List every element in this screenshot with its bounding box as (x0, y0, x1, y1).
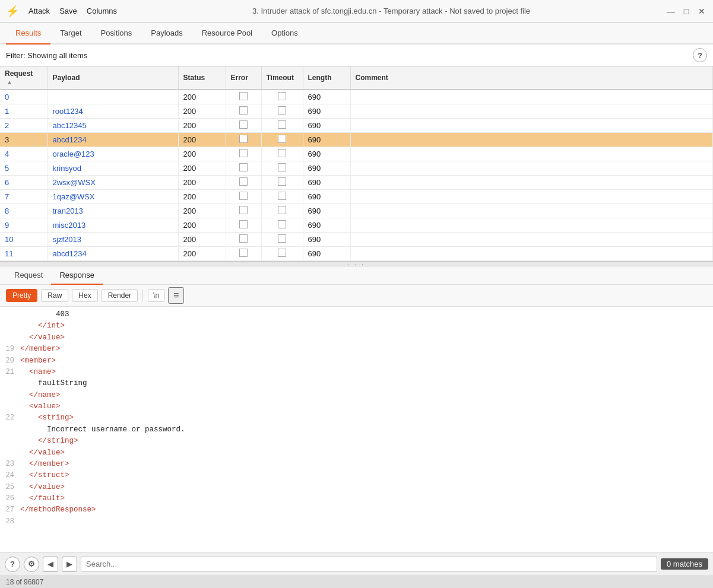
line-content: <name> (20, 367, 713, 378)
table-row[interactable]: 1root1234200690 (0, 104, 713, 119)
table-row[interactable]: 11abcd1234200690 (0, 247, 713, 261)
cell-length: 690 (303, 133, 350, 147)
line-number (0, 309, 20, 320)
cell-request: 6 (0, 176, 47, 190)
cell-comment (350, 176, 713, 190)
hex-button[interactable]: Hex (72, 289, 97, 302)
cell-error (226, 147, 261, 161)
line-number (0, 320, 20, 332)
table-row[interactable]: 62wsx@WSX200690 (0, 176, 713, 190)
table-row[interactable]: 3abcd1234200690 (0, 133, 713, 147)
tab-results[interactable]: Results (6, 23, 50, 45)
tab-resource-pool[interactable]: Resource Pool (192, 23, 262, 45)
cell-length: 690 (303, 119, 350, 133)
help-icon-button[interactable]: ? (5, 557, 20, 572)
table-row[interactable]: 9misc2013200690 (0, 218, 713, 233)
pretty-button[interactable]: Pretty (6, 289, 37, 302)
code-line: faultString (0, 378, 713, 389)
filter-bar: Filter: Showing all items ? (0, 45, 713, 66)
maximize-button[interactable]: □ (681, 6, 692, 17)
cell-length: 690 (303, 147, 350, 161)
line-content: faultString (20, 378, 713, 389)
line-content (20, 516, 713, 527)
search-input[interactable] (81, 557, 657, 572)
cell-length: 690 (303, 161, 350, 176)
col-error[interactable]: Error (226, 66, 261, 90)
cell-length: 690 (303, 233, 350, 247)
line-content: </fault> (20, 493, 713, 504)
line-number (0, 436, 20, 447)
code-line: </name> (0, 390, 713, 401)
cell-length: 690 (303, 204, 350, 218)
table-row[interactable]: 4oracle@123200690 (0, 147, 713, 161)
window-title: 3. Intruder attack of sfc.tongji.edu.cn … (126, 7, 656, 15)
tab-response[interactable]: Response (51, 266, 103, 285)
code-line: 23 </member> (0, 459, 713, 470)
menu-button[interactable]: ≡ (168, 287, 184, 304)
tab-options[interactable]: Options (262, 23, 308, 45)
menu-attack[interactable]: Attack (28, 7, 50, 15)
cell-payload: root1234 (47, 104, 178, 119)
minimize-button[interactable]: — (666, 6, 676, 17)
table-row[interactable]: 0200690 (0, 90, 713, 104)
line-number (0, 447, 20, 459)
col-request[interactable]: Request ▲ (0, 66, 47, 90)
cell-timeout (261, 204, 303, 218)
cell-timeout (261, 104, 303, 119)
table-row[interactable]: 2abc12345200690 (0, 119, 713, 133)
tab-target[interactable]: Target (50, 23, 91, 45)
col-length[interactable]: Length (303, 66, 350, 90)
results-table-wrap: Request ▲ Payload Status Error Timeout L… (0, 66, 713, 262)
line-number: 19 (0, 344, 20, 355)
line-content: </struct> (20, 470, 713, 481)
code-line: 28 (0, 516, 713, 527)
code-line: 26 </fault> (0, 493, 713, 504)
col-timeout[interactable]: Timeout (261, 66, 303, 90)
menu-columns[interactable]: Columns (87, 7, 117, 15)
code-line: 25 </value> (0, 482, 713, 493)
next-button[interactable]: ▶ (62, 557, 77, 572)
menu-save[interactable]: Save (59, 7, 77, 15)
code-line: 19</member> (0, 344, 713, 355)
cell-status: 200 (178, 161, 226, 176)
table-row[interactable]: 8tran2013200690 (0, 204, 713, 218)
col-payload[interactable]: Payload (47, 66, 178, 90)
table-row[interactable]: 71qaz@WSX200690 (0, 190, 713, 204)
table-row[interactable]: 10sjzf2013200690 (0, 233, 713, 247)
tab-payloads[interactable]: Payloads (141, 23, 192, 45)
code-line: 403 (0, 309, 713, 320)
cell-payload: abc12345 (47, 119, 178, 133)
line-content: <member> (20, 355, 713, 367)
line-number: 26 (0, 493, 20, 504)
cell-request: 1 (0, 104, 47, 119)
col-status[interactable]: Status (178, 66, 226, 90)
tab-positions[interactable]: Positions (91, 23, 142, 45)
cell-request: 9 (0, 218, 47, 233)
line-content: Incorrect username or password. (20, 424, 713, 436)
tab-request[interactable]: Request (6, 266, 51, 285)
cell-error (226, 90, 261, 104)
line-content: </string> (20, 436, 713, 447)
line-number: 21 (0, 367, 20, 378)
filter-help-button[interactable]: ? (693, 48, 707, 62)
render-button[interactable]: Render (102, 289, 138, 302)
line-number: 28 (0, 516, 20, 527)
prev-button[interactable]: ◀ (43, 557, 58, 572)
cell-error (226, 104, 261, 119)
table-row[interactable]: 5krinsyod200690 (0, 161, 713, 176)
code-line: </string> (0, 436, 713, 447)
splitter[interactable]: · · · (0, 262, 713, 266)
cell-status: 200 (178, 204, 226, 218)
settings-icon-button[interactable]: ⚙ (24, 557, 39, 572)
cell-length: 690 (303, 90, 350, 104)
raw-button[interactable]: Raw (41, 289, 68, 302)
cell-status: 200 (178, 218, 226, 233)
cell-timeout (261, 119, 303, 133)
cell-comment (350, 133, 713, 147)
close-button[interactable]: ✕ (696, 6, 707, 17)
cell-payload: misc2013 (47, 218, 178, 233)
main-window: ⚡ Attack Save Columns 3. Intruder attack… (0, 0, 713, 588)
newline-button[interactable]: \n (148, 289, 164, 302)
line-number: 20 (0, 355, 20, 367)
col-comment[interactable]: Comment (350, 66, 713, 90)
